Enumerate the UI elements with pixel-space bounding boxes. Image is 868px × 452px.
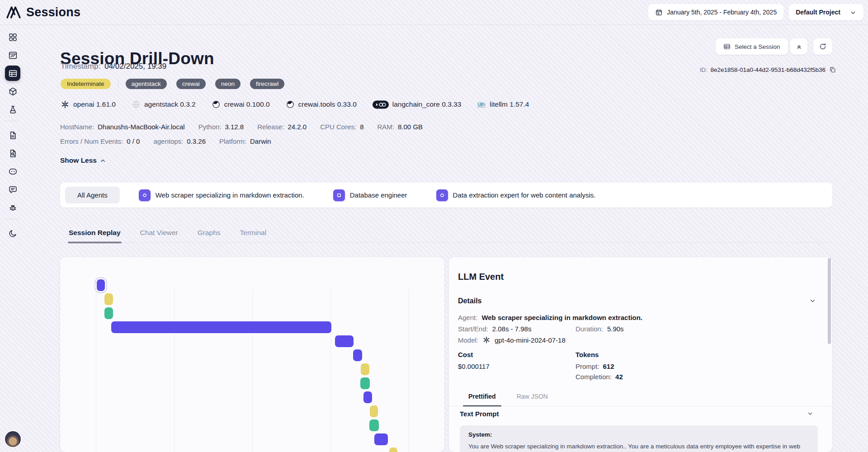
package-name: litellm 1.57.4 — [490, 100, 529, 108]
chevron-down-icon — [809, 297, 816, 305]
details-header: Details — [458, 297, 481, 305]
agentstack-icon — [132, 100, 141, 109]
host-info-label: Release: — [257, 123, 284, 131]
sidebar-item-overview[interactable] — [5, 29, 20, 45]
prompt-value: 612 — [603, 363, 614, 370]
tag-pill: firecrawl — [250, 79, 284, 89]
sidebar-item-packages[interactable] — [5, 84, 20, 99]
gantt-bar-row-4[interactable] — [111, 321, 331, 333]
sidebar-item-dark-mode[interactable] — [5, 226, 20, 241]
cost-header: Cost — [458, 351, 473, 358]
gantt-bar-row-10[interactable] — [370, 405, 378, 417]
agent-row: Agent: Web scraper specializing in markd… — [458, 314, 642, 321]
startend-label: Start/End: — [458, 325, 488, 333]
agent-value: Web scraper specializing in markdown ext… — [481, 314, 642, 321]
calendar-icon-slot — [655, 8, 663, 16]
double-chevron-up-icon — [795, 43, 803, 51]
host-info-label: CPU Cores: — [320, 123, 356, 131]
flask-icon — [8, 105, 18, 114]
sidebar-divider — [5, 121, 19, 121]
host-info-value: 8.00 GB — [398, 123, 423, 131]
gantt-bar-row-2[interactable] — [104, 293, 113, 305]
timestamp-value: 04/02/2025, 19:39 — [104, 62, 166, 71]
text-prompt-collapse-button[interactable] — [806, 409, 815, 418]
tab-terminal[interactable]: Terminal — [240, 229, 267, 243]
agent-badge — [436, 189, 448, 201]
all-agents-button[interactable]: All Agents — [65, 187, 120, 203]
crewai-icon — [286, 100, 295, 109]
agent-label: Agent: — [458, 314, 477, 321]
chart-gridline — [252, 289, 253, 452]
sidebar-item-feedback[interactable] — [5, 182, 20, 197]
tab-graphs[interactable]: Graphs — [198, 229, 221, 243]
gantt-bar-row-11[interactable] — [369, 419, 379, 431]
tabs-divider — [60, 242, 832, 243]
view-tab-raw-json[interactable]: Raw JSON — [517, 393, 548, 406]
completion-label: Completion: — [576, 373, 612, 381]
sidebar-item-docs[interactable] — [5, 127, 20, 143]
gantt-bar-row-12[interactable] — [374, 433, 388, 445]
diamond-icon — [438, 191, 446, 199]
agent-filter-item-3[interactable]: Data extraction expert for web content a… — [436, 189, 596, 201]
sidebar-item-evals[interactable] — [5, 102, 20, 117]
host-info-row-1: HostName:Dhanushs-MacBook-Air.localPytho… — [60, 123, 423, 131]
agent-list: Web scraper specializing in markdown ext… — [139, 189, 625, 201]
tab-chat-viewer[interactable]: Chat Viewer — [140, 229, 178, 243]
gantt-bar-row-1[interactable] — [97, 279, 105, 291]
sidebar-item-discord[interactable] — [5, 164, 20, 179]
top-header: Sessions January 5th, 2025 - February 4t… — [0, 0, 868, 25]
startend-row: Start/End: 2.08s - 7.98s — [458, 325, 531, 333]
host-info-label: agentops: — [153, 137, 183, 145]
date-range-button[interactable]: January 5th, 2025 - February 4th, 2025 — [648, 4, 783, 20]
sidebar-item-sessions[interactable] — [5, 66, 20, 81]
grid-icon — [8, 33, 18, 42]
gantt-bar-row-7[interactable] — [361, 363, 369, 375]
sidebar-items — [5, 29, 20, 244]
show-less-toggle[interactable]: Show Less — [60, 156, 106, 165]
sidebar-item-logs[interactable] — [5, 146, 20, 161]
gantt-bar-row-8[interactable] — [360, 377, 370, 389]
package-icon — [8, 87, 18, 96]
agent-filter-item-2[interactable]: Database engineer — [333, 189, 407, 201]
gantt-bar-row-3[interactable] — [104, 307, 113, 319]
tab-session-replay[interactable]: Session Replay — [69, 229, 121, 243]
agent-label: Database engineer — [350, 191, 407, 199]
package-item: agentstack 0.3.2 — [132, 100, 196, 109]
crewai-icon — [212, 100, 221, 109]
duration-label: Duration: — [576, 325, 603, 333]
gantt-layer — [60, 257, 444, 452]
timestamp-row: Timestamp: 04/02/2025, 19:39 — [61, 62, 166, 71]
project-label: Default Project — [796, 9, 840, 16]
collapse-button[interactable] — [790, 38, 807, 55]
agent-badge — [333, 189, 345, 201]
browser-icon — [8, 51, 18, 60]
view-tab-prettified[interactable]: Prettified — [468, 393, 496, 406]
tag-pill: agentstack — [126, 79, 167, 89]
gantt-bar-row-6[interactable] — [353, 349, 362, 361]
startend-value: 2.08s - 7.98s — [492, 325, 532, 333]
panel-scrollbar-thumb[interactable] — [828, 258, 831, 344]
gantt-bar-row-5[interactable] — [335, 335, 354, 347]
table-icon-slot — [723, 43, 731, 50]
discord-icon — [8, 167, 18, 176]
chevron-up-icon-slot — [99, 156, 106, 165]
agentops-logo-slot — [5, 5, 22, 19]
gantt-bar-row-13[interactable] — [389, 447, 397, 452]
session-id-label: ID: — [700, 66, 708, 73]
package-name: crewai.tools 0.33.0 — [298, 100, 357, 108]
sidebar-item-report-bug[interactable] — [5, 200, 20, 215]
host-info-item: agentops:0.3.26 — [153, 137, 206, 145]
tags-divider — [118, 79, 118, 89]
refresh-button[interactable] — [813, 38, 832, 55]
select-session-button[interactable]: Select a Session — [716, 38, 788, 55]
details-collapse-button[interactable] — [808, 296, 817, 306]
sidebar-item-traces[interactable] — [5, 47, 20, 63]
copy-id-button[interactable] — [829, 66, 836, 74]
host-info-label: Python: — [198, 123, 222, 131]
user-avatar[interactable] — [5, 431, 21, 447]
agent-filter-item-1[interactable]: Web scraper specializing in markdown ext… — [139, 189, 304, 201]
gantt-bar-row-9[interactable] — [363, 391, 372, 403]
host-info-item: Platform:Darwin — [219, 137, 271, 145]
project-select-button[interactable]: Default Project — [789, 4, 863, 20]
model-label: Model: — [458, 336, 478, 344]
